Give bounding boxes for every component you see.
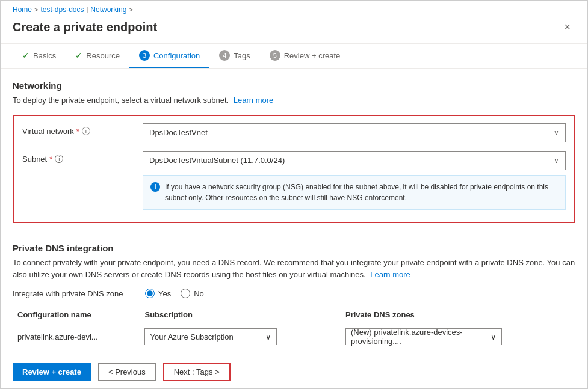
- vnet-required-marker: *: [76, 127, 79, 136]
- dns-learn-more-link[interactable]: Learn more: [370, 270, 410, 279]
- modal-container: Home > test-dps-docs | Networking > Crea…: [0, 0, 588, 389]
- virtual-network-value: DpsDocTestVnet: [149, 128, 208, 137]
- dns-zone-dropdown[interactable]: (New) privatelink.azure-devices-provisio…: [345, 328, 502, 345]
- configuration-number: 3: [139, 50, 150, 61]
- modal-body: Networking To deploy the private endpoin…: [1, 69, 587, 355]
- subnet-required-marker: *: [49, 155, 52, 164]
- dns-col-dns: Private DNS zones: [341, 307, 575, 323]
- virtual-network-label: Virtual network * i: [22, 123, 143, 136]
- breadcrumb-sep1: >: [34, 6, 38, 13]
- subnet-row: Subnet * i DpsDocTestVirtualSubnet (11.7…: [22, 151, 566, 210]
- dns-col-config: Configuration name: [13, 307, 140, 323]
- close-button[interactable]: ×: [559, 19, 575, 36]
- virtual-network-row: Virtual network * i DpsDocTestVnet ∨: [22, 123, 566, 142]
- modal-header: Create a private endpoint ×: [1, 14, 587, 44]
- dns-subscription-dropdown[interactable]: Your Azure Subscription ∨: [144, 328, 277, 345]
- vnet-info-icon[interactable]: i: [82, 127, 90, 135]
- dns-table: Configuration name Subscription Private …: [13, 307, 575, 350]
- next-button[interactable]: Next : Tags >: [163, 363, 231, 381]
- dns-yes-option[interactable]: Yes: [145, 289, 171, 298]
- networking-config-box: Virtual network * i DpsDocTestVnet ∨ Sub…: [13, 115, 575, 223]
- dns-integrate-label: Integrate with private DNS zone: [13, 289, 133, 298]
- review-create-button[interactable]: Review + create: [13, 363, 91, 381]
- dns-yes-radio[interactable]: [145, 289, 155, 298]
- virtual-network-dropdown[interactable]: DpsDocTestVnet ∨: [143, 123, 566, 142]
- networking-learn-more-link[interactable]: Learn more: [234, 96, 273, 105]
- dns-section-title: Private DNS integration: [13, 243, 575, 253]
- section-divider: [13, 233, 575, 233]
- vnet-chevron-icon: ∨: [554, 129, 559, 137]
- tab-basics-label: Basics: [33, 51, 56, 60]
- tab-tags[interactable]: 4 Tags: [209, 44, 259, 68]
- tab-review[interactable]: 5 Review + create: [260, 44, 350, 68]
- subnet-info-icon[interactable]: i: [55, 155, 63, 163]
- dns-integrate-row: Integrate with private DNS zone Yes No: [13, 289, 575, 298]
- dns-subscription-value: Your Azure Subscription: [150, 332, 233, 342]
- nsg-info-box: i If you have a network security group (…: [143, 175, 566, 210]
- networking-section-desc: To deploy the private endpoint, select a…: [13, 94, 575, 106]
- nsg-info-circle-icon: i: [150, 182, 160, 192]
- dns-col-subscription: Subscription: [140, 307, 340, 323]
- dns-subscription-cell: Your Azure Subscription ∨: [140, 323, 340, 351]
- tab-basics[interactable]: ✓ Basics: [13, 44, 66, 67]
- resource-check-icon: ✓: [75, 51, 82, 60]
- breadcrumb-home[interactable]: Home: [13, 5, 32, 14]
- nsg-info-text: If you have a network security group (NS…: [165, 182, 558, 203]
- breadcrumb: Home > test-dps-docs | Networking >: [1, 1, 587, 14]
- dns-no-label: No: [194, 289, 204, 298]
- subnet-chevron-icon: ∨: [554, 156, 559, 165]
- breadcrumb-resource[interactable]: test-dps-docs: [40, 5, 84, 14]
- table-row: privatelink.azure-devi... Your Azure Sub…: [13, 323, 575, 351]
- previous-button[interactable]: < Previous: [98, 363, 156, 381]
- virtual-network-control: DpsDocTestVnet ∨: [143, 123, 566, 142]
- dns-yes-label: Yes: [158, 289, 171, 298]
- tab-configuration[interactable]: 3 Configuration: [129, 44, 209, 68]
- breadcrumb-sep2: |: [86, 6, 88, 13]
- breadcrumb-section[interactable]: Networking: [90, 5, 126, 14]
- dns-zone-cell: (New) privatelink.azure-devices-provisio…: [341, 323, 575, 351]
- review-number: 5: [270, 50, 280, 61]
- basics-check-icon: ✓: [22, 51, 29, 60]
- tab-configuration-label: Configuration: [153, 51, 200, 60]
- subnet-dropdown[interactable]: DpsDocTestVirtualSubnet (11.7.0.0/24) ∨: [143, 151, 566, 170]
- dns-desc-text: To connect privately with your private e…: [13, 258, 575, 280]
- tab-resource-label: Resource: [86, 51, 120, 60]
- networking-desc-text: To deploy the private endpoint, select a…: [13, 96, 229, 105]
- dns-zone-value: (New) privatelink.azure-devices-provisio…: [351, 328, 491, 346]
- page-title: Create a private endpoint: [13, 20, 157, 34]
- networking-section-title: Networking: [13, 81, 575, 91]
- modal-footer: Review + create < Previous Next : Tags >: [1, 355, 587, 388]
- tab-review-label: Review + create: [284, 51, 341, 60]
- tabs-row: ✓ Basics ✓ Resource 3 Configuration 4 Ta…: [1, 44, 587, 69]
- dns-no-radio[interactable]: [181, 289, 190, 298]
- breadcrumb-sep3: >: [129, 6, 132, 13]
- subnet-value: DpsDocTestVirtualSubnet (11.7.0.0/24): [149, 156, 285, 165]
- dns-table-header-row: Configuration name Subscription Private …: [13, 307, 575, 323]
- tab-resource[interactable]: ✓ Resource: [66, 44, 129, 67]
- subnet-label: Subnet * i: [22, 151, 143, 164]
- tags-number: 4: [219, 50, 230, 61]
- tab-tags-label: Tags: [234, 51, 250, 60]
- dns-radio-options: Yes No: [145, 289, 204, 298]
- dns-desc: To connect privately with your private e…: [13, 257, 575, 282]
- subnet-control: DpsDocTestVirtualSubnet (11.7.0.0/24) ∨ …: [143, 151, 566, 210]
- dns-zone-chevron-icon: ∨: [491, 332, 497, 342]
- dns-config-name: privatelink.azure-devi...: [13, 323, 140, 351]
- dns-subscription-chevron-icon: ∨: [265, 332, 271, 342]
- dns-no-option[interactable]: No: [181, 289, 204, 298]
